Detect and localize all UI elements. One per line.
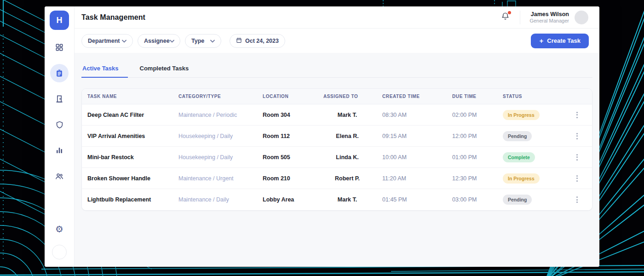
- department-filter[interactable]: Department: [81, 34, 133, 48]
- team-icon: [55, 172, 64, 181]
- status-badge: Pending: [503, 131, 532, 141]
- assignee-cell: Mark T.: [318, 112, 377, 118]
- column-header: Assigned To: [318, 94, 377, 99]
- date-filter[interactable]: Oct 24, 2023: [230, 34, 285, 48]
- filter-bar: Department Assignee Type: [75, 29, 599, 53]
- column-header: Created Time: [377, 94, 447, 99]
- date-filter-value: Oct 24, 2023: [245, 38, 279, 44]
- page-title: Task Management: [81, 13, 145, 22]
- table-header-row: Task Name Category/Type Location Assigne…: [82, 89, 592, 104]
- user-name: James Wilson: [529, 11, 569, 17]
- user-info: James Wilson General Manager: [529, 11, 569, 23]
- due-time-cell: 03:00 PM: [447, 196, 497, 203]
- chevron-down-icon: [122, 38, 126, 44]
- task-name-cell: Broken Shower Handle: [82, 175, 173, 182]
- app-window: H: [45, 6, 599, 267]
- status-badge: In Progress: [503, 173, 540, 184]
- due-time-cell: 12:00 PM: [447, 133, 497, 139]
- sidebar-item-settings[interactable]: ⚙: [50, 220, 69, 238]
- status-badge: In Progress: [503, 110, 540, 120]
- create-task-button[interactable]: + Create Task: [531, 34, 589, 48]
- app-logo[interactable]: H: [50, 11, 69, 30]
- sidebar-item-dashboard[interactable]: [50, 38, 69, 57]
- table-row[interactable]: Deep Clean AC Filter Maintenance / Perio…: [82, 104, 592, 126]
- location-cell: Room 210: [257, 175, 318, 182]
- door-room-icon: [55, 94, 64, 104]
- user-role: General Manager: [529, 18, 569, 23]
- table-body: Deep Clean AC Filter Maintenance / Perio…: [82, 104, 592, 210]
- sidebar-item-team[interactable]: [50, 167, 69, 185]
- main-area: Task Management James Wilson: [75, 6, 599, 267]
- type-filter[interactable]: Type: [185, 34, 221, 48]
- sidebar-avatar-placeholder[interactable]: [52, 245, 67, 259]
- status-cell: Pending: [497, 131, 562, 141]
- status-badge: Pending: [503, 195, 532, 205]
- column-header: Category/Type: [173, 94, 257, 99]
- notifications-button[interactable]: [501, 12, 510, 23]
- category-cell: Maintenance / Periodic: [173, 112, 257, 118]
- sidebar-item-security[interactable]: [50, 115, 69, 134]
- tab-active-tasks[interactable]: Active Tasks: [81, 65, 120, 77]
- table-row[interactable]: VIP Arrival Amenities Housekeeping / Dai…: [82, 126, 592, 147]
- row-menu-button[interactable]: [574, 130, 581, 142]
- row-menu-button[interactable]: [574, 194, 581, 206]
- created-time-cell: 09:15 AM: [377, 133, 447, 139]
- kebab-icon: [576, 112, 578, 118]
- assignee-cell: Elena R.: [318, 133, 377, 139]
- gear-icon: ⚙: [55, 224, 63, 235]
- status-cell: Pending: [497, 195, 562, 205]
- sidebar-item-analytics[interactable]: [50, 141, 69, 160]
- task-name-cell: Mini-bar Restock: [82, 154, 173, 161]
- department-filter-label: Department: [88, 38, 120, 44]
- chevron-down-icon: [210, 38, 215, 44]
- task-name-cell: VIP Arrival Amenities: [82, 133, 173, 139]
- sidebar: H: [45, 6, 75, 267]
- sidebar-bottom: ⚙: [50, 220, 69, 259]
- row-menu-button[interactable]: [574, 151, 581, 163]
- task-name-cell: Lightbulb Replacement: [82, 196, 173, 203]
- assignee-filter-label: Assignee: [144, 38, 170, 44]
- column-header: Task Name: [82, 94, 173, 99]
- created-time-cell: 08:30 AM: [377, 112, 447, 118]
- table-row[interactable]: Mini-bar Restock Housekeeping / Daily Ro…: [82, 147, 592, 168]
- column-header: Due Time: [447, 94, 497, 99]
- location-cell: Room 304: [257, 112, 318, 118]
- kebab-icon: [576, 133, 578, 139]
- category-cell: Maintenance / Daily: [173, 196, 257, 203]
- assignee-cell: Mark T.: [318, 196, 377, 203]
- table-row[interactable]: Lightbulb Replacement Maintenance / Dail…: [82, 189, 592, 210]
- sidebar-item-tasks[interactable]: [50, 64, 69, 82]
- location-cell: Room 112: [257, 133, 318, 139]
- tab-completed-tasks[interactable]: Completed Tasks: [139, 65, 190, 77]
- column-header: Location: [257, 94, 318, 99]
- task-name-cell: Deep Clean AC Filter: [82, 112, 173, 118]
- row-menu-button[interactable]: [574, 172, 581, 184]
- sidebar-item-rooms[interactable]: [50, 90, 69, 108]
- created-time-cell: 01:45 PM: [377, 196, 447, 203]
- avatar[interactable]: [575, 11, 588, 24]
- status-badge: Complete: [503, 152, 535, 162]
- status-cell: In Progress: [497, 110, 562, 120]
- plus-icon: +: [539, 37, 543, 45]
- assignee-cell: Linda K.: [318, 154, 377, 161]
- dashboard-icon: [55, 43, 64, 52]
- column-header: Status: [497, 94, 562, 99]
- tab-bar: Active Tasks Completed Tasks: [81, 65, 592, 78]
- location-cell: Lobby Area: [257, 196, 318, 203]
- type-filter-label: Type: [191, 38, 204, 44]
- assignee-filter[interactable]: Assignee: [138, 34, 180, 48]
- table-row[interactable]: Broken Shower Handle Maintenance / Urgen…: [82, 168, 592, 189]
- notification-dot: [508, 11, 511, 14]
- topbar-right: James Wilson General Manager: [501, 11, 588, 24]
- content-area: Active Tasks Completed Tasks Task Name C…: [75, 53, 599, 267]
- row-menu-button[interactable]: [574, 109, 581, 121]
- location-cell: Room 505: [257, 154, 318, 161]
- created-time-cell: 10:00 AM: [377, 154, 447, 161]
- category-cell: Maintenance / Urgent: [173, 175, 257, 182]
- calendar-icon: [236, 37, 242, 45]
- sidebar-nav: [50, 38, 69, 185]
- created-time-cell: 11:20 AM: [377, 175, 447, 182]
- kebab-icon: [576, 154, 578, 161]
- topbar: Task Management James Wilson: [75, 6, 599, 29]
- chevron-down-icon: [170, 38, 174, 44]
